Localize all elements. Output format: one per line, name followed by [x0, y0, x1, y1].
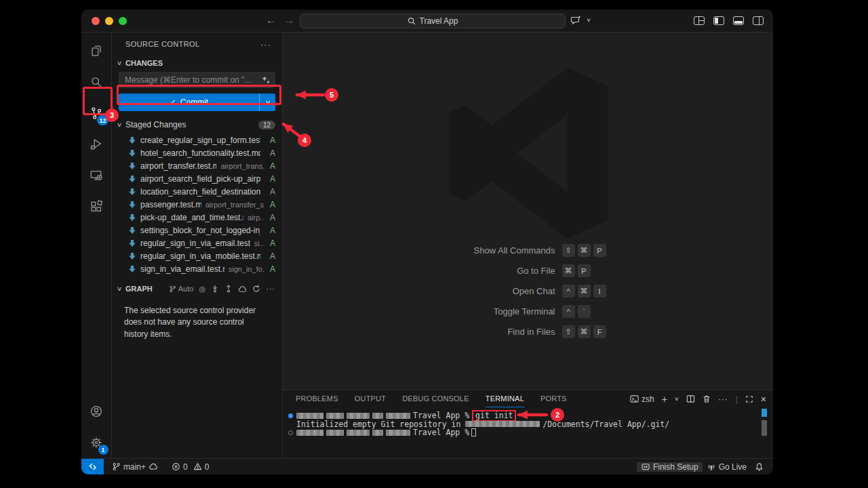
kill-terminal-icon[interactable] [703, 394, 711, 403]
settings-gear-icon[interactable]: 1 [81, 427, 112, 458]
remote-indicator[interactable] [81, 459, 104, 474]
keycap: ⌘ [578, 325, 591, 338]
redacted-text [372, 430, 383, 436]
redacted-text [386, 413, 410, 419]
push-icon[interactable] [224, 285, 233, 293]
file-row[interactable]: sign_in_via_email.test.md sign_in_fo... … [112, 262, 282, 275]
file-name: create_regular_sign_up_form.test.md [140, 136, 260, 145]
new-terminal-icon[interactable]: + [662, 394, 667, 405]
graph-empty-message: The selected source control provider doe… [112, 297, 282, 340]
staged-changes-label: Staged Changes [125, 120, 186, 129]
file-name: pick-up_date_and_time.test.md [140, 213, 243, 222]
extensions-icon[interactable] [81, 191, 112, 222]
cloud-icon[interactable] [238, 285, 247, 293]
toggle-panel-icon[interactable] [733, 16, 744, 25]
scrollbar-command-decoration [762, 409, 767, 417]
command-center-search[interactable]: Travel App [300, 14, 566, 28]
go-live-button[interactable]: Go Live [703, 462, 751, 472]
terminal-cursor [471, 428, 476, 436]
remote-explorer-icon[interactable] [81, 160, 112, 191]
minimize-window-button[interactable] [105, 17, 113, 25]
file-path: airp... [248, 214, 264, 222]
file-row[interactable]: pick-up_date_and_time.test.md airp... A [112, 211, 282, 224]
branch-status-item[interactable]: main+ [108, 462, 162, 472]
staged-changes-header[interactable]: ∨ Staged Changes 12 [112, 117, 282, 132]
changes-section-header[interactable]: ∨ CHANGES [112, 56, 282, 70]
tab-debug-console[interactable]: DEBUG CONSOLE [402, 390, 469, 407]
terminal-prompt: Travel App % [413, 428, 469, 437]
keycap: F [593, 325, 606, 338]
tab-terminal[interactable]: TERMINAL [486, 390, 524, 407]
redacted-text [347, 413, 370, 419]
maximize-panel-icon[interactable] [745, 395, 753, 403]
graph-auto-toggle[interactable]: Auto [169, 285, 194, 293]
navigate-back-icon[interactable]: ← [266, 14, 276, 26]
target-icon[interactable]: ◎ [199, 285, 205, 293]
terminal-scrollbar[interactable] [762, 420, 767, 436]
file-name: airport_search_field_pick-up_airpor... [140, 174, 260, 184]
git-status-added: A [264, 187, 275, 197]
graph-section-header[interactable]: ∨ GRAPH Auto ◎ ··· [112, 281, 282, 297]
warning-icon [193, 462, 202, 471]
markdown-file-icon [128, 226, 136, 235]
command-success-marker [288, 413, 293, 418]
accounts-icon[interactable] [81, 396, 112, 427]
file-row[interactable]: settings_block_for_not_logged-in_u... A [112, 224, 282, 237]
zoom-window-button[interactable] [119, 17, 127, 25]
redacted-text [326, 413, 344, 419]
tab-output[interactable]: OUTPUT [355, 390, 386, 407]
branch-icon [169, 285, 176, 293]
editor-area: Show All Commands ⇧ ⌘ P Go to File ⌘ [283, 33, 773, 390]
finish-setup-button[interactable]: Finish Setup [637, 462, 703, 472]
close-panel-icon[interactable]: × [761, 394, 766, 405]
finish-setup-label: Finish Setup [653, 462, 698, 472]
markdown-file-icon [128, 149, 136, 157]
branch-icon [112, 462, 121, 471]
file-row[interactable]: regular_sign_in_via_email.test.md si... … [112, 237, 282, 249]
terminal-content[interactable]: Travel App % git init Initialized empty … [283, 407, 773, 437]
pull-icon[interactable] [211, 285, 219, 293]
file-row[interactable]: regular_sign_in_via_mobile.test.md... A [112, 249, 282, 262]
shell-selector[interactable]: zsh [630, 394, 654, 404]
graph-more-icon[interactable]: ··· [266, 285, 275, 293]
tab-problems[interactable]: PROBLEMS [296, 390, 338, 407]
settings-badge: 1 [98, 445, 108, 455]
traffic-lights [92, 17, 127, 25]
file-row[interactable]: airport_search_field_pick-up_airpor... A [112, 172, 282, 185]
file-row[interactable]: hotel_search_functionality.test.md A [112, 146, 282, 159]
refresh-icon[interactable] [252, 285, 260, 293]
file-row[interactable]: airport_transfer.test.md airport_trans..… [112, 159, 282, 172]
file-path: airport_transfer_s... [205, 201, 264, 209]
toggle-secondary-sidebar-icon[interactable] [753, 16, 764, 25]
customize-layout-icon[interactable] [694, 16, 705, 25]
chevron-down-icon: ∨ [583, 17, 595, 23]
file-row[interactable]: passenger.test.md airport_transfer_s... … [112, 198, 282, 211]
panel-more-icon[interactable]: ··· [718, 394, 728, 404]
keycap: ⌘ [578, 285, 591, 298]
more-actions-icon[interactable]: ··· [260, 39, 271, 49]
copilot-chat-button[interactable]: ∨ [571, 15, 593, 25]
toggle-primary-sidebar-icon[interactable] [713, 16, 724, 25]
file-name: hotel_search_functionality.test.md [140, 148, 260, 158]
git-status-added: A [264, 148, 275, 158]
close-window-button[interactable] [92, 17, 100, 25]
explorer-icon[interactable] [81, 35, 112, 66]
annotation-step-3: 3 [105, 108, 119, 122]
keycap: ⇧ [562, 325, 575, 338]
redacted-text [465, 421, 540, 427]
navigate-forward-icon[interactable]: → [284, 14, 294, 26]
run-debug-icon[interactable] [81, 129, 112, 160]
bell-icon [755, 462, 764, 472]
notifications-bell[interactable] [751, 462, 768, 472]
terminal-dropdown-icon[interactable]: ∨ [674, 396, 679, 402]
auto-label: Auto [178, 285, 194, 293]
terminal-output-post: /Documents/Travel App/.git/ [542, 420, 669, 429]
problems-status-item[interactable]: 0 0 [167, 462, 213, 472]
redacted-text [372, 413, 383, 419]
tab-ports[interactable]: PORTS [540, 390, 567, 407]
markdown-file-icon [128, 201, 136, 209]
split-terminal-icon[interactable] [686, 394, 695, 403]
file-row[interactable]: location_search_field_destination_l... A [112, 185, 282, 198]
keycap: ^ [562, 305, 575, 318]
file-row[interactable]: create_regular_sign_up_form.test.md A [112, 134, 282, 146]
